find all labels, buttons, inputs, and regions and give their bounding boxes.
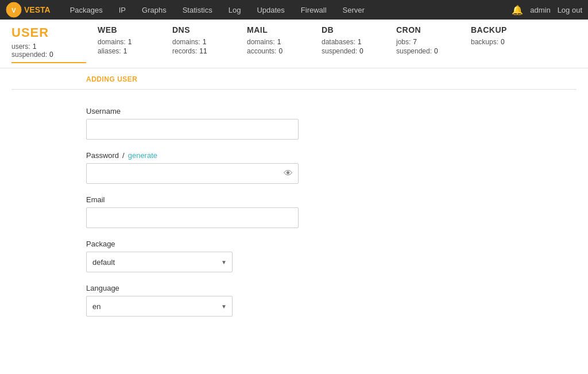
db-suspended-label: suspended: (322, 47, 357, 55)
password-label-row: Password / generate (86, 151, 356, 160)
email-label: Email (86, 195, 356, 204)
language-select[interactable]: en (86, 296, 233, 317)
username-label: Username (86, 107, 356, 115)
dns-records-value: 11 (199, 47, 207, 55)
db-suspended-value: 0 (359, 47, 363, 55)
db-section: DB databases: 1 suspended: 0 (316, 25, 390, 56)
backup-section: BACKUP backups: 0 (465, 25, 540, 47)
dns-domains-value: 1 (203, 38, 207, 46)
nav-firewall[interactable]: Firewall (293, 0, 335, 20)
mail-title: MAIL (247, 25, 310, 34)
password-group: Password / generate 👁 (86, 151, 356, 184)
dns-section: DNS domains: 1 records: 11 (167, 25, 241, 56)
notification-bell-icon[interactable]: 🔔 (512, 5, 523, 16)
db-suspended-row: suspended: 0 (322, 47, 385, 55)
suspended-label: suspended: (11, 51, 47, 59)
backup-backups-value: 0 (501, 38, 505, 46)
package-select[interactable]: default (86, 252, 233, 272)
mail-domains-label: domains: (247, 38, 275, 46)
cron-suspended-value: 0 (434, 47, 438, 55)
nav-log[interactable]: Log (220, 0, 249, 20)
dns-domains-row: domains: 1 (172, 38, 235, 46)
web-domains-value: 1 (128, 38, 132, 46)
backup-title: BACKUP (471, 25, 534, 34)
cron-suspended-label: suspended: (396, 47, 432, 55)
content-area: ADDING USER Username Password / generate… (0, 68, 588, 345)
logout-button[interactable]: Log out (558, 6, 582, 14)
db-databases-row: databases: 1 (322, 38, 385, 46)
cron-title: CRON (396, 25, 459, 34)
language-select-wrapper: en (86, 296, 233, 317)
dns-title: DNS (172, 25, 235, 34)
mail-accounts-label: accounts: (247, 47, 276, 55)
package-label: Package (86, 240, 356, 248)
mail-accounts-row: accounts: 0 (247, 47, 310, 55)
dns-records-label: records: (172, 47, 197, 55)
users-row: users: 1 (11, 43, 86, 51)
email-group: Email (86, 195, 356, 228)
nav-packages[interactable]: Packages (62, 0, 111, 20)
users-value: 1 (33, 43, 37, 51)
username-input[interactable] (86, 119, 299, 140)
language-label: Language (86, 284, 356, 292)
cron-jobs-value: 7 (413, 38, 417, 46)
db-title: DB (322, 25, 385, 34)
backup-backups-row: backups: 0 (471, 38, 534, 46)
package-select-wrapper: default (86, 252, 233, 272)
svg-text:V: V (11, 7, 16, 14)
user-section: USER users: 1 suspended: 0 (11, 25, 86, 63)
show-password-icon[interactable]: 👁 (284, 168, 293, 179)
navbar: V VESTA Packages IP Graphs Statistics Lo… (0, 0, 588, 20)
web-section: WEB domains: 1 aliases: 1 (92, 25, 167, 56)
generate-link[interactable]: generate (128, 151, 157, 160)
dns-records-row: records: 11 (172, 47, 235, 55)
admin-username: admin (530, 6, 550, 14)
web-aliases-value: 1 (123, 47, 127, 55)
email-input[interactable] (86, 207, 299, 228)
mail-accounts-value: 0 (278, 47, 283, 55)
password-separator: / (122, 151, 125, 160)
cron-suspended-row: suspended: 0 (396, 47, 459, 55)
logo-text: VESTA (24, 5, 51, 14)
password-wrapper: 👁 (86, 163, 299, 184)
logo: V VESTA (6, 2, 51, 18)
nav-statistics[interactable]: Statistics (175, 0, 220, 20)
adding-user-label: ADDING USER (11, 68, 577, 90)
nav-ip[interactable]: IP (111, 0, 134, 20)
dns-domains-label: domains: (172, 38, 200, 46)
mail-domains-value: 1 (277, 38, 281, 46)
users-label: users: (11, 43, 30, 51)
web-domains-label: domains: (98, 38, 126, 46)
username-group: Username (86, 107, 356, 140)
web-domains-row: domains: 1 (98, 38, 161, 46)
mail-section: MAIL domains: 1 accounts: 0 (241, 25, 316, 56)
web-title: WEB (98, 25, 161, 34)
nav-server[interactable]: Server (335, 0, 373, 20)
nav-right: 🔔 admin Log out (512, 5, 582, 16)
password-input[interactable] (86, 163, 299, 184)
user-title: USER (11, 25, 86, 40)
db-databases-label: databases: (322, 38, 355, 46)
db-databases-value: 1 (358, 38, 362, 46)
cron-section: CRON jobs: 7 suspended: 0 (390, 25, 465, 56)
language-group: Language en (86, 284, 356, 317)
web-aliases-label: aliases: (98, 47, 121, 55)
suspended-row: suspended: 0 (11, 51, 86, 59)
add-user-form: Username Password / generate 👁 Email Pac… (11, 90, 356, 345)
nav-updates[interactable]: Updates (249, 0, 292, 20)
vesta-logo-icon: V (6, 2, 22, 18)
package-group: Package default (86, 240, 356, 272)
cron-jobs-row: jobs: 7 (396, 38, 459, 46)
password-label: Password (86, 151, 119, 160)
web-aliases-row: aliases: 1 (98, 47, 161, 55)
nav-links: Packages IP Graphs Statistics Log Update… (62, 0, 512, 20)
nav-graphs[interactable]: Graphs (134, 0, 175, 20)
cron-jobs-label: jobs: (396, 38, 411, 46)
stats-header: USER users: 1 suspended: 0 WEB domains: … (0, 20, 588, 68)
mail-domains-row: domains: 1 (247, 38, 310, 46)
suspended-value: 0 (49, 51, 53, 59)
user-underline (11, 62, 86, 63)
backup-backups-label: backups: (471, 38, 498, 46)
